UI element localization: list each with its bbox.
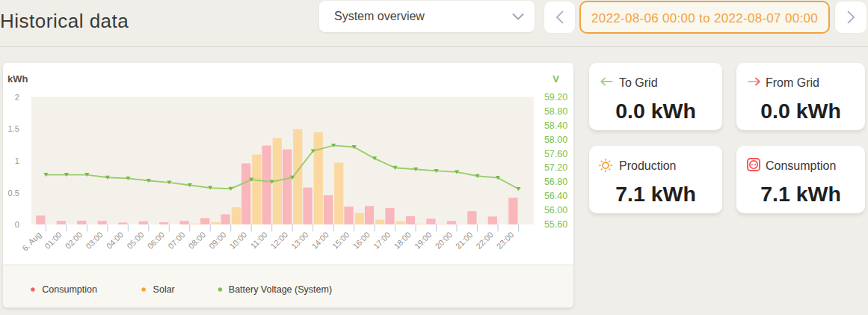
svg-text:06:00: 06:00 xyxy=(146,230,167,251)
svg-text:20:00: 20:00 xyxy=(433,230,454,251)
svg-text:07:00: 07:00 xyxy=(166,230,187,251)
svg-text:58.40: 58.40 xyxy=(544,120,567,131)
svg-text:22:00: 22:00 xyxy=(474,230,495,251)
svg-text:kWh: kWh xyxy=(7,73,28,85)
svg-text:Consumption: Consumption xyxy=(42,284,97,295)
svg-text:05:00: 05:00 xyxy=(125,230,146,251)
svg-text:19:00: 19:00 xyxy=(413,230,434,251)
svg-text:11:00: 11:00 xyxy=(249,230,269,250)
svg-text:15:00: 15:00 xyxy=(330,230,351,251)
svg-text:0.5: 0.5 xyxy=(8,189,19,198)
svg-text:09:00: 09:00 xyxy=(207,230,228,251)
svg-text:56.40: 56.40 xyxy=(544,191,567,201)
svg-text:55.60: 55.60 xyxy=(544,219,567,230)
svg-text:12:00: 12:00 xyxy=(268,230,289,251)
svg-text:2: 2 xyxy=(15,93,19,102)
svg-text:08:00: 08:00 xyxy=(187,230,208,251)
svg-text:01:00: 01:00 xyxy=(43,230,64,251)
svg-text:10:00: 10:00 xyxy=(228,230,249,251)
svg-text:16:00: 16:00 xyxy=(351,230,372,251)
svg-text:57.60: 57.60 xyxy=(544,149,567,159)
svg-text:1: 1 xyxy=(15,156,19,165)
svg-text:58.80: 58.80 xyxy=(544,106,567,117)
svg-text:56.00: 56.00 xyxy=(544,205,567,215)
svg-text:02:00: 02:00 xyxy=(64,230,84,251)
svg-text:Battery Voltage (System): Battery Voltage (System) xyxy=(229,284,332,295)
svg-text:03:00: 03:00 xyxy=(84,230,105,251)
svg-text:V: V xyxy=(552,73,559,85)
svg-text:23:00: 23:00 xyxy=(495,230,516,251)
svg-text:6. Aug: 6. Aug xyxy=(20,230,43,252)
svg-text:57.20: 57.20 xyxy=(544,162,567,173)
svg-text:Solar: Solar xyxy=(153,284,175,295)
svg-text:13:00: 13:00 xyxy=(289,230,310,251)
svg-text:21:00: 21:00 xyxy=(454,230,475,251)
svg-text:1.5: 1.5 xyxy=(8,124,19,133)
svg-text:18:00: 18:00 xyxy=(392,230,413,251)
svg-text:59.20: 59.20 xyxy=(544,92,567,103)
svg-text:58.00: 58.00 xyxy=(544,135,567,145)
svg-text:0: 0 xyxy=(15,220,19,229)
svg-text:17:00: 17:00 xyxy=(372,230,393,251)
svg-text:04:00: 04:00 xyxy=(105,230,126,251)
svg-text:14:00: 14:00 xyxy=(310,230,330,251)
svg-text:56.80: 56.80 xyxy=(544,177,567,187)
